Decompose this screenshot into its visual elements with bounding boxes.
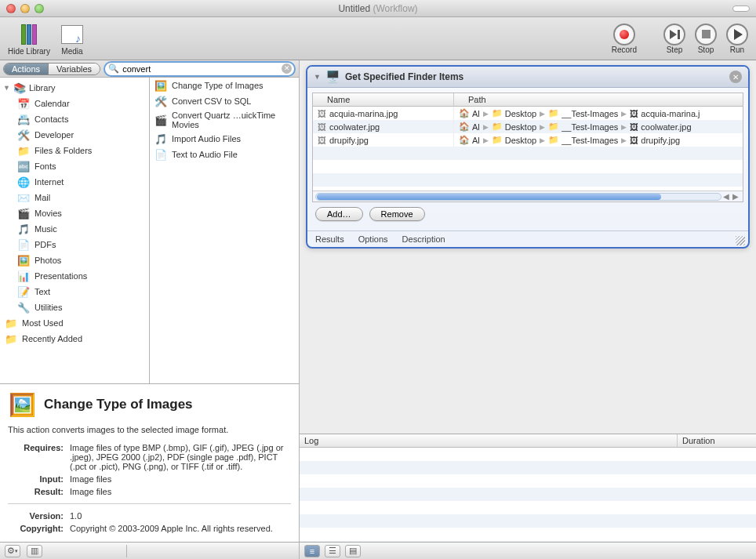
library-category-internet[interactable]: 🌐Internet [0, 174, 149, 190]
preview-icon: 🖼️ [8, 390, 36, 419]
smart-folder-recently-added[interactable]: 📁Recently Added [0, 331, 149, 347]
path-segment: 🏠Al [459, 108, 480, 118]
action-icon: 📄 [154, 148, 167, 161]
file-icon: 🖼 [318, 109, 326, 118]
disclosure-triangle-icon[interactable]: ▼ [314, 73, 321, 81]
resize-grip-icon[interactable] [736, 236, 745, 245]
library-category-pdfs[interactable]: 📄PDFs [0, 237, 149, 252]
library-category-fonts[interactable]: 🔤Fonts [0, 158, 149, 174]
log-column-duration[interactable]: Duration [678, 434, 756, 447]
library-category-utilities[interactable]: 🔧Utilities [0, 299, 149, 315]
chevron-right-icon: ▶ [483, 123, 489, 131]
info-description: This action converts images to the selec… [8, 425, 291, 434]
actions-list[interactable]: 🖼️Change Type of Images🛠️Convert CSV to … [150, 78, 299, 383]
file-icon: 🖼 [318, 136, 326, 145]
action-icon: 🛠️ [154, 95, 167, 107]
window-title: Untitled (Workflow) [0, 3, 756, 14]
category-icon: 🔧 [17, 301, 30, 314]
library-category-developer[interactable]: 🛠️Developer [0, 127, 149, 143]
library-category-contacts[interactable]: 📇Contacts [0, 111, 149, 127]
chevron-right-icon: ▶ [540, 136, 545, 144]
smart-folder-most-used[interactable]: 📁Most Used [0, 315, 149, 331]
finder-items-table[interactable]: Name Path 🖼acquia-marina.jpg🏠Al▶📁Desktop… [312, 93, 743, 202]
clear-search-button[interactable]: ✕ [282, 64, 292, 74]
chevron-right-icon: ▶ [540, 110, 545, 118]
action-icon: 🖼️ [154, 79, 167, 92]
column-path[interactable]: Path [454, 93, 743, 106]
library-category-photos[interactable]: 🖼️Photos [0, 252, 149, 268]
library-tabs: Actions Variables [3, 63, 100, 75]
library-category-music[interactable]: 🎵Music [0, 221, 149, 237]
library-category-calendar[interactable]: 📅Calendar [0, 96, 149, 111]
library-category-movies[interactable]: 🎬Movies [0, 205, 149, 221]
smart-folder-icon: 📁 [5, 317, 17, 329]
horizontal-scrollbar[interactable]: ◀▶ [313, 191, 743, 201]
results-tab[interactable]: Results [315, 234, 344, 244]
smart-folder-icon: 📁 [5, 332, 17, 345]
view-log-button[interactable]: ▤ [345, 545, 361, 557]
library-root[interactable]: ▼ 📚 Library [0, 80, 149, 96]
workflow-action-header[interactable]: ▼ 🖥️ Get Specified Finder Items ✕ [307, 67, 748, 88]
titlebar: Untitled (Workflow) [0, 0, 756, 17]
action-item[interactable]: 🎵Import Audio Files [150, 131, 299, 147]
close-action-button[interactable]: ✕ [729, 71, 742, 83]
category-icon: 🖼️ [17, 254, 30, 267]
disclosure-triangle-icon[interactable]: ▼ [3, 84, 10, 92]
category-icon: 📊 [17, 270, 30, 282]
library-category-files-folders[interactable]: 📁Files & Folders [0, 143, 149, 158]
table-row[interactable]: 🖼acquia-marina.jpg🏠Al▶📁Desktop▶📁__Test-I… [313, 107, 743, 120]
search-icon: 🔍 [108, 64, 119, 74]
path-segment: 🏠Al [459, 122, 480, 132]
gear-menu-button[interactable]: ⚙▾ [5, 545, 20, 557]
view-list-button[interactable]: ☰ [325, 545, 340, 557]
remove-button[interactable]: Remove [369, 207, 425, 221]
info-title: Change Type of Images [44, 397, 193, 412]
toolbar-toggle-button[interactable] [732, 5, 750, 12]
library-list[interactable]: ▼ 📚 Library 📅Calendar📇Contacts🛠️Develope… [0, 78, 150, 383]
hide-library-button[interactable]: Hide Library [8, 22, 50, 56]
workflow-action-get-specified-finder-items[interactable]: ▼ 🖥️ Get Specified Finder Items ✕ Name P… [306, 65, 750, 249]
column-name[interactable]: Name [313, 93, 454, 106]
category-icon: 🎵 [17, 223, 30, 235]
table-row[interactable]: 🖼drupify.jpg🏠Al▶📁Desktop▶📁__Test-Images▶… [313, 133, 743, 147]
library-icon: 📚 [13, 82, 26, 94]
stop-button[interactable]: Stop [695, 24, 717, 54]
log-body[interactable] [300, 448, 756, 542]
chevron-right-icon: ▶ [540, 123, 545, 131]
record-button[interactable]: Record [612, 24, 637, 54]
toggle-info-button[interactable]: ▥ [27, 545, 42, 557]
search-field[interactable]: 🔍 ✕ [104, 61, 296, 77]
action-item[interactable]: 🖼️Change Type of Images [150, 78, 299, 93]
library-category-presentations[interactable]: 📊Presentations [0, 268, 149, 284]
tab-variables[interactable]: Variables [48, 64, 100, 74]
tab-actions[interactable]: Actions [4, 64, 48, 74]
category-icon: 📝 [17, 285, 30, 298]
path-segment: 🏠Al [459, 135, 480, 145]
library-category-text[interactable]: 📝Text [0, 284, 149, 299]
run-button[interactable]: Run [726, 24, 748, 54]
media-button[interactable]: Media [60, 22, 85, 56]
step-button[interactable]: Step [663, 24, 685, 54]
options-tab[interactable]: Options [358, 234, 388, 244]
search-input[interactable] [104, 61, 296, 77]
description-tab[interactable]: Description [402, 234, 445, 244]
category-icon: ✉️ [17, 191, 30, 204]
add-button[interactable]: Add… [315, 207, 363, 221]
library-category-mail[interactable]: ✉️Mail [0, 190, 149, 205]
workflow-action-title: Get Specified Finder Items [345, 71, 725, 82]
view-flow-button[interactable]: ≡ [304, 545, 320, 557]
action-item[interactable]: 🎬Convert Quartz …uickTime Movies [150, 109, 299, 131]
category-icon: 🔤 [17, 160, 30, 172]
log-column-log[interactable]: Log [300, 434, 678, 447]
category-icon: 📁 [17, 144, 30, 157]
action-item[interactable]: 📄Text to Audio File [150, 147, 299, 162]
workflow-area[interactable]: ▼ 🖥️ Get Specified Finder Items ✕ Name P… [300, 60, 756, 434]
category-icon: 🌐 [17, 176, 30, 188]
path-segment: 🖼drupify.jpg [630, 136, 680, 145]
finder-icon: 🖥️ [325, 70, 340, 84]
action-icon: 🎵 [154, 132, 167, 145]
table-row[interactable]: 🖼coolwater.jpg🏠Al▶📁Desktop▶📁__Test-Image… [313, 120, 743, 133]
action-item[interactable]: 🛠️Convert CSV to SQL [150, 93, 299, 109]
category-icon: 📇 [17, 113, 30, 125]
category-icon: 📅 [17, 97, 30, 110]
